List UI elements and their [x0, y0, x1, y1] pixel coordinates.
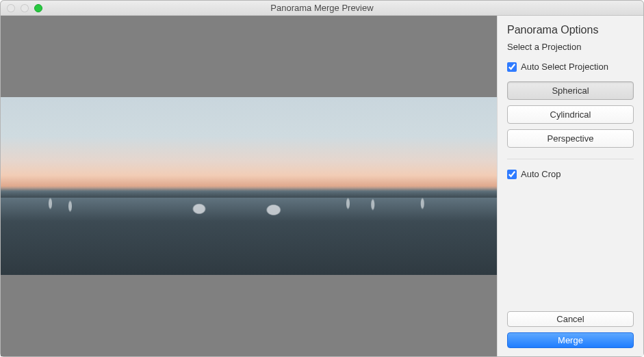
panorama-image-detail [1, 193, 497, 246]
window-body: Panorama Options Select a Projection Aut… [1, 16, 643, 356]
auto-crop-label: Auto Crop [521, 169, 561, 179]
auto-select-projection-checkbox[interactable] [507, 62, 517, 72]
auto-select-projection-label: Auto Select Projection [521, 62, 608, 72]
merge-button[interactable]: Merge [507, 332, 634, 348]
projection-spherical-button[interactable]: Spherical [507, 81, 634, 100]
panorama-image [1, 97, 497, 275]
window-controls [7, 4, 42, 12]
projection-perspective-button[interactable]: Perspective [507, 129, 634, 148]
minimize-icon[interactable] [21, 4, 29, 12]
separator [507, 159, 634, 159]
options-sidebar: Panorama Options Select a Projection Aut… [497, 16, 643, 356]
cancel-button[interactable]: Cancel [507, 311, 634, 327]
sidebar-spacer [507, 189, 634, 311]
window-title: Panorama Merge Preview [1, 3, 643, 13]
zoom-icon[interactable] [34, 4, 42, 12]
auto-crop-row[interactable]: Auto Crop [507, 169, 634, 179]
preview-area [1, 16, 497, 356]
options-heading: Panorama Options [507, 24, 634, 36]
projection-cylindrical-button[interactable]: Cylindrical [507, 105, 634, 124]
close-icon[interactable] [7, 4, 15, 12]
titlebar: Panorama Merge Preview [1, 1, 643, 16]
auto-crop-checkbox[interactable] [507, 170, 517, 179]
panorama-merge-window: Panorama Merge Preview Panorama Options … [0, 0, 644, 357]
auto-select-projection-row[interactable]: Auto Select Projection [507, 62, 634, 72]
projection-subheading: Select a Projection [507, 42, 634, 52]
